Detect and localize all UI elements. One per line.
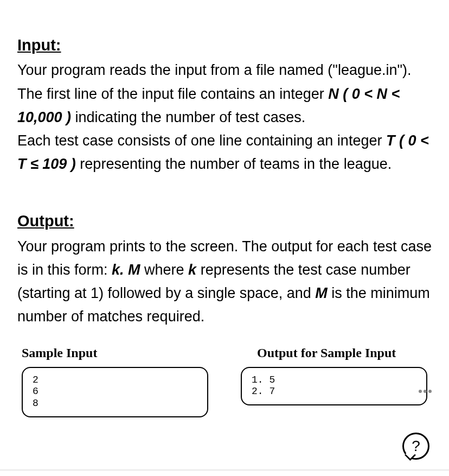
sample-input-block: Sample Input 2 6 8: [22, 342, 208, 417]
input-heading: Input:: [17, 33, 432, 58]
output-format-km: k. M: [112, 262, 140, 278]
output-var-m: M: [315, 285, 328, 301]
help-icon: ?: [412, 437, 420, 455]
input-description-2: The first line of the input file contain…: [17, 82, 432, 129]
output-var-k: k: [188, 262, 196, 278]
help-chat-button[interactable]: ?: [402, 433, 429, 460]
sample-output-box: 1. 5 2. 7: [241, 367, 427, 405]
input-text-3a: Each test case consists of one line cont…: [17, 132, 386, 149]
input-description-1: Your program reads the input from a file…: [17, 59, 432, 82]
output-text-1b: where: [140, 262, 189, 278]
divider: [0, 469, 449, 471]
sample-input-heading: Sample Input: [22, 342, 208, 363]
input-text-2b: indicating the number of test cases.: [71, 109, 305, 125]
sample-output-heading: Output for Sample Input: [241, 342, 427, 363]
sample-io-container: Sample Input 2 6 8 Output for Sample Inp…: [17, 342, 432, 417]
output-heading: Output:: [17, 208, 432, 233]
sample-output-block: Output for Sample Input 1. 5 2. 7: [241, 342, 427, 417]
input-description-3: Each test case consists of one line cont…: [17, 129, 432, 176]
input-text-3b: representing the number of teams in the …: [76, 156, 392, 172]
input-text-2a: The first line of the input file contain…: [17, 86, 328, 102]
sample-input-box: 2 6 8: [22, 367, 208, 417]
more-options-icon[interactable]: [419, 390, 432, 393]
output-description: Your program prints to the screen. The o…: [17, 235, 432, 329]
